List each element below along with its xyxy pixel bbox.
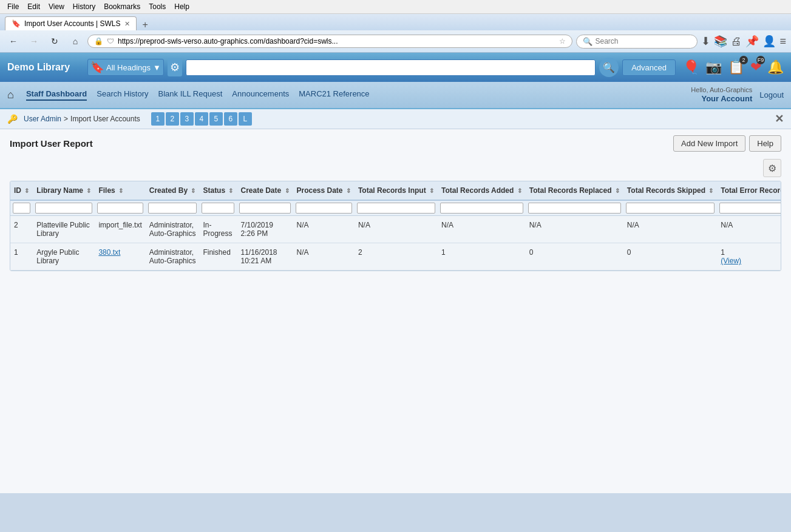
- search-button[interactable]: 🔍: [599, 58, 619, 77]
- col-files[interactable]: Files ⇕: [95, 181, 145, 200]
- print-icon[interactable]: 🖨: [731, 35, 742, 48]
- menu-view[interactable]: View: [45, 1, 68, 12]
- filter-status-input[interactable]: [202, 203, 234, 214]
- filter-skipped-cell: [623, 200, 717, 216]
- filter-replaced-cell: [526, 200, 623, 216]
- app-header: Demo Library 🔖 All Headings ▼ ⚙ 🔍 Advanc…: [0, 53, 791, 82]
- home-button[interactable]: ⌂: [67, 33, 84, 50]
- nav-staff-dashboard[interactable]: Staff Dashboard: [26, 89, 87, 101]
- nav-ill-request[interactable]: Blank ILL Request: [158, 89, 223, 101]
- help-button[interactable]: Help: [749, 135, 781, 152]
- your-account-link[interactable]: Your Account: [691, 94, 752, 104]
- page-num-4[interactable]: 4: [195, 112, 208, 126]
- logout-link[interactable]: Logout: [759, 90, 784, 99]
- nav-marc21[interactable]: MARC21 Reference: [299, 89, 369, 101]
- page-num-1[interactable]: 1: [151, 112, 165, 126]
- menu-bar: File Edit View History Bookmarks Tools H…: [0, 0, 791, 14]
- row1-error-records: N/A: [717, 216, 781, 243]
- reader-icon[interactable]: 👤: [762, 35, 776, 48]
- tab-close-icon[interactable]: ✕: [124, 20, 130, 28]
- sort-added-icon: ⇕: [517, 187, 522, 194]
- col-status[interactable]: Status ⇕: [199, 181, 237, 200]
- browser-search-input[interactable]: [595, 37, 691, 45]
- sort-status-icon: ⇕: [228, 187, 233, 194]
- col-records-replaced[interactable]: Total Records Replaced ⇕: [526, 181, 623, 200]
- filter-input-input[interactable]: [357, 203, 435, 214]
- nav-search-history[interactable]: Search History: [97, 89, 148, 101]
- row2-library-name: Argyle Public Library: [33, 243, 95, 271]
- page-num-5[interactable]: 5: [209, 112, 223, 126]
- url-bar: 🔒 🛡 ☆: [87, 35, 572, 48]
- menu-help[interactable]: Help: [171, 1, 193, 12]
- col-id[interactable]: ID ⇕: [10, 181, 33, 200]
- account-section: Hello, Auto-Graphics Your Account Logout: [691, 86, 784, 104]
- home-nav-icon[interactable]: ⌂: [7, 89, 14, 101]
- row2-view-link[interactable]: (View): [721, 257, 741, 265]
- page-num-l[interactable]: L: [239, 112, 252, 126]
- filter-library-input[interactable]: [35, 203, 92, 214]
- menu-edit[interactable]: Edit: [24, 1, 44, 12]
- filter-files-input[interactable]: [97, 203, 143, 214]
- col-records-added[interactable]: Total Records Added ⇕: [438, 181, 526, 200]
- row2-status: Finished: [199, 243, 237, 271]
- page-num-6[interactable]: 6: [224, 112, 237, 126]
- camera-icon[interactable]: 📷: [705, 59, 722, 75]
- row2-files[interactable]: 380.txt: [95, 243, 145, 271]
- nav-announcements[interactable]: Announcements: [232, 89, 289, 101]
- col-records-skipped[interactable]: Total Records Skipped ⇕: [623, 181, 717, 200]
- menu-file[interactable]: File: [4, 1, 22, 12]
- nav-links: Staff Dashboard Search History Blank ILL…: [26, 89, 679, 101]
- dropdown-arrow-icon[interactable]: ▼: [153, 63, 161, 72]
- breadcrumb-user-admin[interactable]: User Admin: [24, 115, 61, 123]
- search-dropdown-container: 🔖 All Headings ▼: [87, 59, 164, 76]
- heart-badge: F9: [756, 56, 765, 64]
- filter-id-input[interactable]: [13, 203, 30, 214]
- browser-tab-active[interactable]: 🔖 Import User Accounts | SWLS ✕: [5, 16, 137, 30]
- row2-error-records: 1 (View): [717, 243, 781, 271]
- col-created-by[interactable]: Created By ⇕: [146, 181, 200, 200]
- filter-icon[interactable]: ⚙: [168, 58, 182, 76]
- row2-id: 1: [10, 243, 33, 271]
- menu-bookmarks[interactable]: Bookmarks: [100, 1, 144, 12]
- filter-created-cell: [146, 200, 200, 216]
- menu-tools[interactable]: Tools: [145, 1, 169, 12]
- page-numbers: 1 2 3 4 5 6 L: [151, 112, 252, 126]
- col-records-input[interactable]: Total Records Input ⇕: [355, 181, 438, 200]
- main-search-input[interactable]: [186, 59, 596, 76]
- table-row: 1 Argyle Public Library 380.txt Administ…: [10, 243, 781, 271]
- add-new-import-button[interactable]: Add New Import: [673, 135, 745, 152]
- url-input[interactable]: [118, 37, 555, 45]
- filter-error-cell: [717, 200, 781, 216]
- pocket-icon[interactable]: 📌: [745, 35, 759, 48]
- filter-created-input[interactable]: [148, 203, 197, 214]
- menu-icon[interactable]: ≡: [779, 35, 786, 48]
- browser-search-bar: 🔍: [576, 35, 698, 49]
- page-num-2[interactable]: 2: [166, 112, 179, 126]
- bookmark-icon[interactable]: ☆: [559, 37, 566, 45]
- filter-create-date-input[interactable]: [239, 203, 290, 214]
- advanced-button[interactable]: Advanced: [622, 59, 676, 76]
- header-buttons: Add New Import Help: [673, 135, 781, 152]
- bell-icon[interactable]: 🔔: [767, 59, 784, 75]
- forward-button[interactable]: →: [25, 33, 42, 50]
- reload-button[interactable]: ↻: [46, 33, 63, 50]
- col-error-records[interactable]: Total Error Records ⇕: [717, 181, 781, 200]
- col-process-date[interactable]: Process Date ⇕: [293, 181, 355, 200]
- back-button[interactable]: ←: [5, 33, 22, 50]
- page-num-3[interactable]: 3: [180, 112, 194, 126]
- bookmarks-icon[interactable]: 📚: [714, 35, 727, 48]
- col-create-date[interactable]: Create Date ⇕: [237, 181, 293, 200]
- download-icon[interactable]: ⬇: [701, 35, 710, 48]
- filter-added-input[interactable]: [440, 203, 523, 214]
- filter-process-date-input[interactable]: [296, 203, 352, 214]
- menu-history[interactable]: History: [69, 1, 99, 12]
- filter-error-input[interactable]: [719, 203, 781, 214]
- new-tab-button[interactable]: +: [139, 19, 152, 30]
- col-library-name[interactable]: Library Name ⇕: [33, 181, 95, 200]
- filter-added-cell: [438, 200, 526, 216]
- settings-icon[interactable]: ⚙: [763, 159, 781, 177]
- balloon-icon[interactable]: 🎈: [683, 59, 699, 75]
- filter-replaced-input[interactable]: [528, 203, 621, 214]
- breadcrumb-close-icon[interactable]: ✕: [775, 112, 784, 126]
- filter-skipped-input[interactable]: [626, 203, 715, 214]
